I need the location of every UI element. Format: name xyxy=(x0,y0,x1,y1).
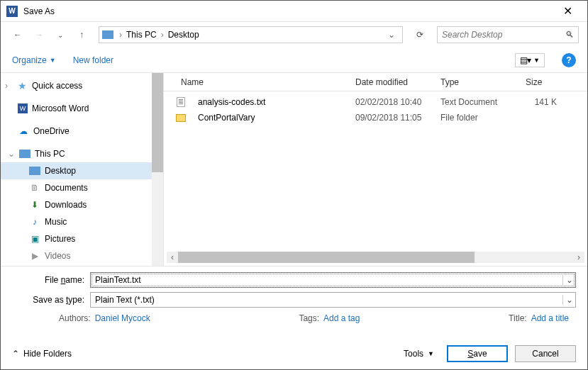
back-button[interactable]: ← xyxy=(9,26,26,43)
downloads-icon: ⬇ xyxy=(29,199,40,211)
save-form: File name: ⌄ Save as type: ⌄ Authors: Da… xyxy=(1,266,587,323)
folder-icon xyxy=(175,112,187,123)
sidebar-item-this-pc[interactable]: ⌄ This PC xyxy=(1,145,152,162)
file-type: File folder xyxy=(435,113,520,123)
scrollbar-thumb[interactable] xyxy=(152,73,163,172)
column-name[interactable]: Name xyxy=(175,77,350,87)
sidebar-label: Microsoft Word xyxy=(32,103,89,113)
sidebar-label: OneDrive xyxy=(33,126,70,136)
new-folder-button[interactable]: New folder xyxy=(73,55,113,65)
organize-menu[interactable]: Organize▼ xyxy=(12,55,56,65)
authors-value[interactable]: Daniel Mycock xyxy=(95,313,150,323)
pictures-icon: ▣ xyxy=(29,233,40,245)
filename-input[interactable] xyxy=(91,275,562,285)
sidebar-item-onedrive[interactable]: ☁ OneDrive xyxy=(1,123,152,140)
scroll-right-icon[interactable]: › xyxy=(573,252,584,262)
sidebar-item-documents[interactable]: 🗎 Documents xyxy=(1,179,152,196)
sidebar-label: Desktop xyxy=(45,166,76,176)
breadcrumb-segment[interactable]: This PC xyxy=(123,30,160,40)
forward-button[interactable]: → xyxy=(30,26,48,43)
file-size: 141 K xyxy=(520,97,562,107)
sidebar-label: Downloads xyxy=(45,200,87,210)
chevron-down-icon: ▼ xyxy=(428,350,434,357)
toolbar: Organize▼ New folder ▤▾ ▼ ? xyxy=(1,47,587,73)
onedrive-icon: ☁ xyxy=(18,125,29,137)
filename-dropdown[interactable]: ⌄ xyxy=(562,275,575,285)
tools-menu[interactable]: Tools ▼ xyxy=(398,349,440,359)
chevron-down-icon[interactable]: ⌄ xyxy=(8,149,15,159)
file-row[interactable]: ContPortalVary 09/02/2018 11:05 File fol… xyxy=(164,110,587,125)
filetype-label: Save as type: xyxy=(12,295,90,305)
refresh-button[interactable]: ⟳ xyxy=(411,26,428,43)
up-button[interactable]: ↑ xyxy=(73,26,90,43)
column-date[interactable]: Date modified xyxy=(350,77,435,87)
scroll-left-icon[interactable]: ‹ xyxy=(167,252,178,262)
file-date: 02/02/2018 10:40 xyxy=(350,97,435,107)
footer: ⌃ Hide Folders Tools ▼ Save Cancel xyxy=(1,338,587,369)
videos-icon: ▶ xyxy=(29,250,40,262)
hide-folders-button[interactable]: ⌃ Hide Folders xyxy=(12,349,72,359)
chevron-right-icon[interactable]: › xyxy=(5,81,12,91)
pc-icon xyxy=(19,150,30,158)
column-size[interactable]: Size xyxy=(520,77,562,87)
authors-label: Authors: xyxy=(59,313,91,323)
view-options-button[interactable]: ▤▾ ▼ xyxy=(515,53,545,67)
search-icon[interactable]: 🔍︎ xyxy=(565,30,574,40)
sidebar-item-desktop[interactable]: Desktop xyxy=(1,162,152,179)
cancel-button[interactable]: Cancel xyxy=(515,345,576,362)
filetype-dropdown[interactable]: ⌄ xyxy=(562,295,575,305)
text-file-icon xyxy=(175,96,187,108)
sidebar-label: This PC xyxy=(35,149,65,159)
sidebar-scrollbar[interactable] xyxy=(152,73,163,266)
address-bar[interactable]: › This PC › Desktop ⌄ xyxy=(99,26,403,43)
sidebar-label: Videos xyxy=(45,251,70,261)
sidebar-label: Music xyxy=(45,217,67,227)
title-value[interactable]: Add a title xyxy=(531,313,569,323)
sidebar-item-downloads[interactable]: ⬇ Downloads xyxy=(1,196,152,213)
titlebar: W Save As ✕ xyxy=(1,1,587,22)
file-row[interactable]: analysis-codes.txt 02/02/2018 10:40 Text… xyxy=(164,94,587,110)
scrollbar-thumb[interactable] xyxy=(178,252,475,263)
star-icon: ★ xyxy=(16,80,28,91)
save-button[interactable]: Save xyxy=(447,345,508,362)
column-type[interactable]: Type xyxy=(435,77,520,87)
horizontal-scrollbar[interactable]: ‹ › xyxy=(167,252,584,263)
address-dropdown[interactable]: ⌄ xyxy=(384,30,399,40)
title-label: Title: xyxy=(509,313,527,323)
recent-locations-dropdown[interactable]: ⌄ xyxy=(52,26,69,43)
sidebar-item-videos[interactable]: ▶ Videos xyxy=(1,247,152,264)
sidebar-label: Documents xyxy=(45,183,88,193)
tags-value[interactable]: Add a tag xyxy=(323,313,360,323)
main-area: › ★ Quick access W Microsoft Word ☁ OneD… xyxy=(1,73,587,266)
word-icon: W xyxy=(18,103,28,113)
file-date: 09/02/2018 11:05 xyxy=(350,113,435,123)
pc-icon xyxy=(102,30,113,39)
music-icon: ♪ xyxy=(29,216,40,228)
file-type: Text Document xyxy=(435,97,520,107)
filename-label: File name: xyxy=(12,275,90,285)
search-box[interactable]: 🔍︎ xyxy=(437,26,579,43)
documents-icon: 🗎 xyxy=(29,182,40,194)
window-title: Save As xyxy=(23,6,553,16)
help-button[interactable]: ? xyxy=(562,53,576,67)
sidebar-item-pictures[interactable]: ▣ Pictures xyxy=(1,230,152,247)
sidebar-label: Quick access xyxy=(32,81,82,91)
sidebar-item-quick-access[interactable]: › ★ Quick access xyxy=(1,77,152,94)
sidebar-label: Pictures xyxy=(45,234,75,244)
sidebar-item-word[interactable]: W Microsoft Word xyxy=(1,100,152,117)
file-name: analysis-codes.txt xyxy=(192,97,350,107)
view-icon: ▤▾ xyxy=(520,55,531,65)
sidebar-item-music[interactable]: ♪ Music xyxy=(1,213,152,230)
breadcrumb-segment[interactable]: Desktop xyxy=(165,30,202,40)
filetype-select[interactable] xyxy=(91,295,562,305)
file-name: ContPortalVary xyxy=(192,113,350,123)
close-button[interactable]: ✕ xyxy=(553,1,582,22)
desktop-icon xyxy=(29,167,40,175)
sidebar: › ★ Quick access W Microsoft Word ☁ OneD… xyxy=(1,73,164,266)
search-input[interactable] xyxy=(442,30,565,40)
file-area: Name Date modified Type Size analysis-co… xyxy=(164,73,587,266)
chevron-right-icon[interactable]: › xyxy=(160,30,165,40)
word-app-icon: W xyxy=(6,6,18,17)
chevron-right-icon[interactable]: › xyxy=(118,30,123,40)
file-list-header: Name Date modified Type Size xyxy=(164,73,587,91)
